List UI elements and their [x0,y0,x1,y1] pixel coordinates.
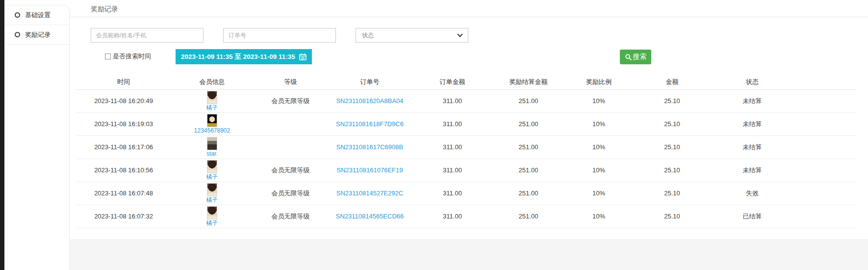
date-range-button[interactable]: 2023-11-09 11:35 至 2023-11-09 11:35 [176,49,312,64]
column-header: 等级 [254,75,328,89]
avatar[interactable] [207,160,217,173]
spacer-cell [794,135,856,159]
member-name-link[interactable]: star. [206,151,218,157]
search-time-label: 是否搜索时间 [113,52,151,61]
cell-status: 未结算 [711,112,794,135]
page-title: 奖励记录 [70,5,868,17]
cell-level: 会员无限等级 [254,159,328,182]
member-info: 12345678902 [171,114,254,134]
order-no-search-input[interactable] [223,28,336,43]
member-search-input[interactable] [91,28,204,43]
avatar[interactable] [207,206,217,219]
records-table: 时间会员信息等级订单号订单金额奖励结算金额奖励比例金额状态 2023-11-08… [77,75,856,228]
sidebar-item-basic-settings[interactable]: 基础设置 [4,5,69,25]
column-header: 订单号 [328,75,412,89]
cell-time: 2023-11-08 16:10:56 [77,159,171,182]
cell-status: 已结算 [711,205,794,228]
cell-member: 橘子 [171,182,254,205]
cell-reward-ratio: 10% [564,159,634,182]
cell-reward-settle-amount: 251.00 [493,135,564,159]
radio-circle-icon [15,32,20,37]
member-name-link[interactable]: 橘子 [206,197,218,203]
cell-order-amount: 311.00 [412,135,493,159]
order-no-link[interactable]: SN2311081620A8BA04 [336,97,403,105]
cell-reward-settle-amount: 251.00 [493,89,564,112]
member-name-link[interactable]: 12345678902 [194,128,230,134]
table-header-row: 时间会员信息等级订单号订单金额奖励结算金额奖励比例金额状态 [77,75,856,89]
cell-reward-settle-amount: 251.00 [493,159,564,182]
spacer-cell [794,182,856,205]
cell-order-no: SN23110814527E292C [328,182,412,205]
cell-order-no: SN23110814565ECD66 [328,205,412,228]
order-no-link[interactable]: SN2311081618F7D9C6 [336,120,404,128]
spacer-cell [794,112,856,135]
avatar[interactable] [207,137,217,150]
cell-reward-ratio: 10% [564,112,634,135]
status-select[interactable]: 状态 [356,28,468,43]
cell-reward-settle-amount: 251.00 [493,182,564,205]
spacer-cell [794,205,856,228]
column-header: 奖励结算金额 [493,75,564,89]
chevron-down-icon [457,31,462,37]
sidebar-item-reward-records[interactable]: 奖励记录 [4,25,69,45]
cell-time: 2023-11-08 16:07:48 [77,182,171,205]
search-time-toggle[interactable]: 是否搜索时间 [105,52,151,61]
cell-status: 未结算 [711,159,794,182]
avatar[interactable] [207,183,217,196]
cell-reward-ratio: 10% [564,182,634,205]
table-row: 2023-11-08 16:07:48橘子会员无限等级SN23110814527… [77,182,856,205]
search-button-label: 搜索 [633,53,647,61]
filter-row-2: 是否搜索时间 2023-11-09 11:35 至 2023-11-09 11:… [70,49,868,65]
cell-reward-ratio: 10% [564,89,634,112]
cell-level [254,135,328,159]
cell-order-amount: 311.00 [412,112,493,135]
spacer-cell [794,89,856,112]
cell-member: 橘子 [171,89,254,112]
avatar[interactable] [207,91,217,104]
spacer-column [794,75,856,89]
cell-order-amount: 311.00 [412,205,493,228]
bottom-background-strip [70,239,868,270]
cell-level: 会员无限等级 [254,182,328,205]
cell-order-amount: 311.00 [412,182,493,205]
avatar[interactable] [207,114,217,127]
cell-order-no: SN231108161076EF19 [328,159,412,182]
member-name-link[interactable]: 橘子 [206,174,218,180]
cell-status: 未结算 [711,89,794,112]
cell-time: 2023-11-08 16:19:03 [77,112,171,135]
left-accent-strip [0,0,4,270]
table-row: 2023-11-08 16:20:49橘子会员无限等级SN2311081620A… [77,89,856,112]
cell-amount: 25.10 [634,182,711,205]
cell-status: 失效 [711,182,794,205]
cell-level: 会员无限等级 [254,89,328,112]
sidebar-item-label: 基础设置 [25,11,51,20]
search-button[interactable]: 搜索 [620,50,651,64]
cell-level [254,112,328,135]
search-time-checkbox[interactable] [105,54,111,59]
cell-amount: 25.10 [634,89,711,112]
cell-status: 未结算 [711,135,794,159]
column-header: 订单金额 [412,75,493,89]
member-info: star. [171,137,254,157]
cell-amount: 25.10 [634,159,711,182]
member-name-link[interactable]: 橘子 [206,105,218,111]
cell-order-no: SN2311081620A8BA04 [328,89,412,112]
cell-time: 2023-11-08 16:07:32 [77,205,171,228]
member-info: 橘子 [171,160,254,180]
order-no-link[interactable]: SN23110814565ECD66 [336,213,404,220]
order-no-link[interactable]: SN231108161076EF19 [337,166,403,174]
main-content: 奖励记录 状态 是否搜索时间 2023-11-09 11:35 至 2023-1… [70,5,868,239]
member-info: 橘子 [171,206,254,226]
order-no-link[interactable]: SN2311081617C6908B [336,143,403,151]
filter-row: 状态 [91,28,868,43]
member-name-link[interactable]: 橘子 [206,220,218,226]
cell-order-no: SN2311081618F7D9C6 [328,112,412,135]
order-no-link[interactable]: SN23110814527E292C [336,189,403,197]
cell-reward-settle-amount: 251.00 [493,112,564,135]
cell-reward-ratio: 10% [564,205,634,228]
cell-amount: 25.10 [634,112,711,135]
cell-amount: 25.10 [634,135,711,159]
cell-member: 橘子 [171,205,254,228]
member-info: 橘子 [171,91,254,111]
cell-member: 橘子 [171,159,254,182]
